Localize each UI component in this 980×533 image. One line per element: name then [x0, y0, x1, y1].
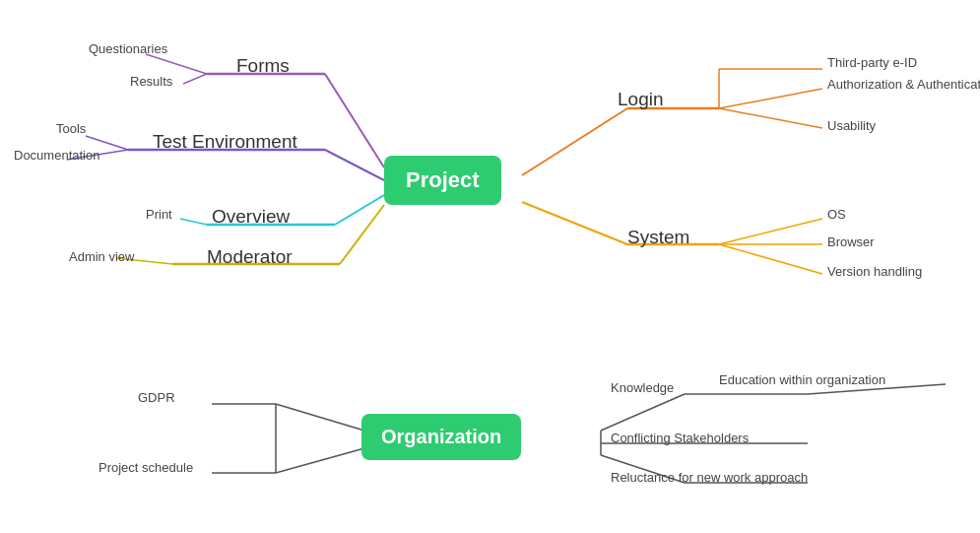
documentation-label: Documentation	[14, 148, 99, 163]
reluctance-label: Reluctance for new work approach	[611, 470, 808, 485]
svg-line-28	[276, 448, 364, 473]
svg-line-24	[719, 244, 822, 274]
svg-line-19	[719, 108, 822, 128]
svg-line-1	[146, 54, 207, 74]
print-label: Print	[146, 207, 172, 222]
svg-line-25	[276, 404, 364, 431]
version-label: Version handling	[827, 264, 922, 279]
gdpr-label: GDPR	[138, 390, 175, 405]
svg-line-13	[340, 205, 384, 264]
results-label: Results	[130, 74, 172, 89]
test-env-label: Test Environment	[153, 131, 297, 153]
os-label: OS	[827, 207, 846, 222]
browser-label: Browser	[827, 234, 875, 249]
project-schedule-label: Project schedule	[98, 460, 193, 475]
organization-node: Organization	[361, 414, 521, 460]
third-party-label: Third-party e-ID	[827, 55, 917, 70]
overview-label: Overview	[212, 206, 290, 228]
moderator-label: Moderator	[207, 246, 293, 268]
education-label: Education within organization	[719, 372, 885, 387]
svg-line-9	[180, 219, 207, 225]
project-label: Project	[406, 167, 480, 192]
login-label: Login	[618, 89, 664, 110]
auth-label: Authorization & Authentication	[827, 77, 980, 92]
svg-line-30	[601, 394, 685, 431]
tools-label: Tools	[56, 121, 86, 136]
svg-line-3	[325, 74, 384, 167]
admin-view-label: Admin view	[69, 249, 134, 264]
questionaries-label: Questionaries	[89, 41, 167, 56]
forms-label: Forms	[236, 55, 290, 77]
usability-label: Usability	[827, 118, 876, 133]
knowledge-label: Knowledge	[611, 380, 674, 395]
organization-label: Organization	[381, 426, 501, 447]
project-node: Project	[384, 156, 501, 205]
conflicting-label: Conflicting Stakeholders	[611, 431, 749, 445]
svg-line-14	[522, 108, 627, 175]
svg-line-18	[719, 89, 822, 108]
svg-line-2	[183, 74, 207, 84]
system-label: System	[627, 227, 689, 248]
svg-line-20	[522, 202, 627, 244]
svg-line-22	[719, 219, 822, 244]
svg-line-10	[335, 195, 384, 225]
svg-line-7	[325, 150, 384, 180]
